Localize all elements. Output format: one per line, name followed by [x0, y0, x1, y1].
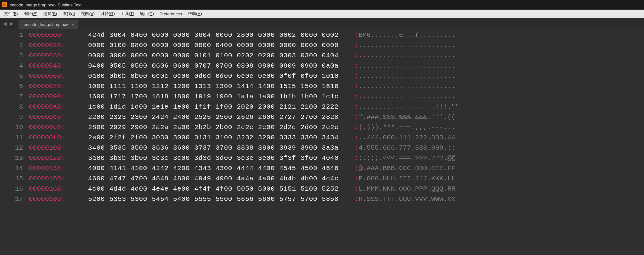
line-number: 1: [0, 30, 29, 40]
editor-line: 1300000120: 3a003b3b3b003c3c3c003d3d3d00…: [0, 153, 644, 163]
editor-line: 500000060: 0a000b0b0b000c0c0c000d0d0d000…: [0, 71, 644, 81]
ascii-column: :(.))).***.+++.,,,.---...: [354, 122, 455, 133]
hex-address: 00000048:: [29, 61, 80, 71]
line-number: 17: [0, 194, 29, 204]
hex-address: 00000180:: [29, 194, 80, 204]
hex-address: 00000090:: [29, 92, 80, 102]
tab-active[interactable]: encode_Image.bmp.hxv ×: [19, 20, 78, 29]
line-number: 3: [0, 51, 29, 61]
ascii-column: :........................: [354, 71, 455, 81]
hex-address: 00000000:: [29, 30, 80, 40]
line-number: 9: [0, 112, 29, 122]
window-title: encode_Image.bmp.hxv - Sublime Text: [10, 3, 82, 7]
hex-address: 000000f0:: [29, 133, 80, 143]
hex-bytes: 0a000b0b0b000c0c0c000d0d0d000e0e0e000f0f…: [80, 71, 343, 81]
line-number: 11: [0, 133, 29, 143]
hex-bytes: 0000010008000000000000000400000000000000…: [80, 40, 343, 51]
ascii-column: :........................: [354, 40, 455, 51]
editor-area[interactable]: 100000000: 424d3604040000000000360400002…: [0, 29, 644, 255]
hex-bytes: 1000111111001212120013131300141414001515…: [80, 81, 343, 92]
menu-item[interactable]: 选择(S): [40, 10, 60, 18]
hex-address: 000000c0:: [29, 112, 80, 122]
editor-line: 1700000180: 5200535353005454540055555500…: [0, 194, 644, 204]
editor-line: 11000000f0: 2e002f2f2f003030300031313100…: [0, 133, 644, 143]
ascii-column: :R.SSS.TTT.UUU.VVV.WWW.XX: [354, 194, 455, 204]
editor-line: 200000018: 00000100080000000000000004000…: [0, 40, 644, 51]
menu-item[interactable]: 跳转(G): [98, 10, 118, 18]
hex-address: 00000168:: [29, 184, 80, 194]
menu-item[interactable]: 查找(I): [60, 10, 78, 18]
hex-address: 00000060:: [29, 71, 80, 81]
ascii-column: :F.GGG.HHH.III.JJJ.KKK.LL: [354, 174, 455, 184]
titlebar: S encode_Image.bmp.hxv - Sublime Text: [0, 0, 644, 10]
hex-bytes: 16001717170018181800191919001a1a1a001b1b…: [80, 92, 343, 102]
app-icon: S: [2, 2, 7, 7]
editor-line: 10000000d8: 2800292929002a2a2a002b2b2b00…: [0, 122, 644, 133]
ascii-column: :..///.000.111.222.333.44: [354, 133, 455, 143]
menu-item[interactable]: 视图(V): [78, 10, 98, 18]
hex-address: 00000150:: [29, 174, 80, 184]
hex-bytes: 4000414141004242420043434300444444004545…: [80, 163, 343, 174]
hex-address: 00000120:: [29, 153, 80, 163]
tab-title: encode_Image.bmp.hxv: [24, 22, 68, 27]
nav-back-icon[interactable]: ◀: [2, 21, 8, 27]
ascii-column: :........................: [354, 51, 455, 61]
editor-line: 100000000: 424d3604040000000000360400002…: [0, 30, 644, 40]
line-number: 6: [0, 81, 29, 92]
ascii-column: :4.555.666.777.888.999.::: [354, 143, 455, 153]
hex-address: 000000a8:: [29, 102, 80, 112]
hex-bytes: 46004747470048484800494949004a4a4a004b4b…: [80, 174, 343, 184]
editor-line: 1200000108: 3400353535003636360037373700…: [0, 143, 644, 153]
line-number: 5: [0, 71, 29, 81]
editor-line: 700000090: 16001717170018181800191919001…: [0, 92, 644, 102]
ascii-column: :........................: [354, 61, 455, 71]
line-number: 7: [0, 92, 29, 102]
line-number: 16: [0, 184, 29, 194]
hex-bytes: 0000000000000000000001010100020202000303…: [80, 51, 343, 61]
ascii-column: :........................: [354, 81, 455, 92]
menubar: 文件(F)编辑(E)选择(S)查找(I)视图(V)跳转(G)工具(T)项目(P)…: [0, 10, 644, 18]
hex-bytes: 424d360404000000000036040000280000000002…: [80, 30, 343, 40]
editor-line: 1500000150: 4600474747004848480049494900…: [0, 174, 644, 184]
line-number: 8: [0, 102, 29, 112]
line-number: 13: [0, 153, 29, 163]
line-number: 10: [0, 122, 29, 133]
hex-bytes: 1c001d1d1d001e1e1e001f1f1f00202020002121…: [80, 102, 343, 112]
hex-bytes: 0400050505000606060007070700080808000909…: [80, 61, 343, 71]
menu-item[interactable]: 项目(P): [137, 10, 156, 18]
menu-item[interactable]: 文件(F): [1, 10, 21, 18]
hex-bytes: 4c004d4d4d004e4e4e004f4f4f00505050005151…: [80, 184, 343, 194]
hex-bytes: 2800292929002a2a2a002b2b2b002c2c2c002d2d…: [80, 122, 343, 133]
editor-line: 8000000a8: 1c001d1d1d001e1e1e001f1f1f002…: [0, 102, 644, 112]
hex-bytes: 3a003b3b3b003c3c3c003d3d3d003e3e3e003f3f…: [80, 153, 343, 163]
nav-forward-icon[interactable]: ▶: [8, 21, 15, 27]
line-number: 2: [0, 40, 29, 51]
line-number: 14: [0, 163, 29, 174]
menu-item[interactable]: 工具(T): [118, 10, 137, 18]
ascii-column: :".###.$$$.%%%.&&&.'''.((: [354, 112, 455, 122]
line-number: 4: [0, 61, 29, 71]
editor-line: 1600000168: 4c004d4d4d004e4e4e004f4f4f00…: [0, 184, 644, 194]
hex-address: 00000138:: [29, 163, 80, 174]
line-number: 12: [0, 143, 29, 153]
menu-item[interactable]: 编辑(E): [21, 10, 40, 18]
ascii-column: ::.;;;.<<<.===.>>>.???.@@: [354, 153, 455, 163]
hex-address: 000000d8:: [29, 122, 80, 133]
hex-bytes: 2200232323002424240025252500262626002727…: [80, 112, 343, 122]
editor-line: 9000000c0: 22002323230024242400252525002…: [0, 112, 644, 122]
editor-line: 600000078: 10001111110012121200131313001…: [0, 81, 644, 92]
close-icon[interactable]: ×: [71, 22, 74, 27]
hex-address: 00000018:: [29, 40, 80, 51]
menu-item[interactable]: 帮助(H): [185, 10, 205, 18]
editor-line: 400000048: 04000505050006060600070707000…: [0, 61, 644, 71]
hex-bytes: 5200535353005454540055555500565656005757…: [80, 194, 343, 204]
hex-bytes: 2e002f2f2f003030300031313100323232003333…: [80, 133, 343, 143]
menu-item[interactable]: Preferences: [157, 11, 185, 17]
tab-bar: encode_Image.bmp.hxv ×: [19, 18, 78, 29]
editor-line: 300000030: 00000000000000000000010101000…: [0, 51, 644, 61]
nav-row: ◀ ▶ encode_Image.bmp.hxv ×: [0, 18, 644, 29]
line-number: 15: [0, 174, 29, 184]
hex-address: 00000108:: [29, 143, 80, 153]
ascii-column: :@.AAA.BBB.CCC.DDD.EEE.FF: [354, 163, 455, 174]
editor-line: 1400000138: 4000414141004242420043434300…: [0, 163, 644, 174]
